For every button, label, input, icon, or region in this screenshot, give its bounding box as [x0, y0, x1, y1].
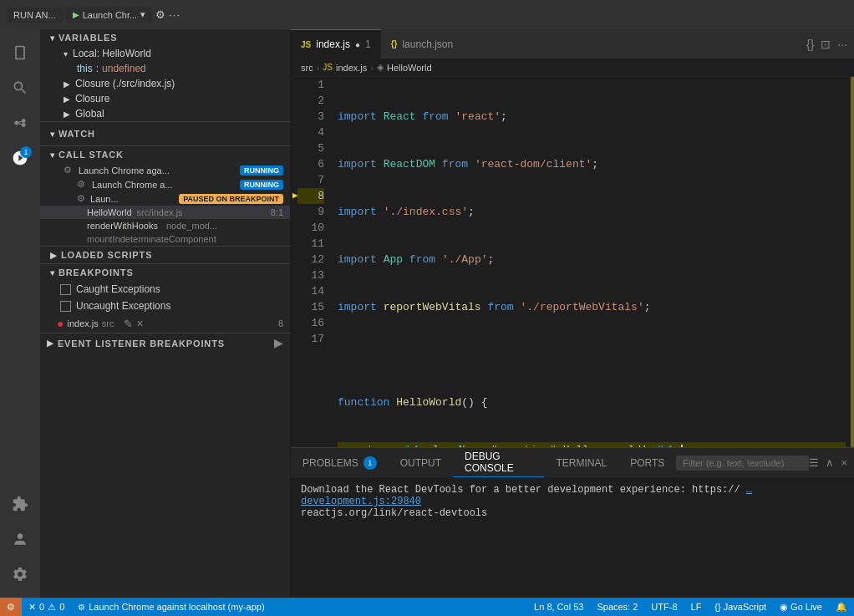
breadcrumb-file[interactable]: index.js	[336, 63, 367, 73]
status-language[interactable]: {} JavaScript	[708, 598, 773, 616]
settings-icon[interactable]: ⚙	[155, 8, 165, 21]
global-item[interactable]: ▶ Global	[40, 106, 290, 121]
editor-scrollbar[interactable]	[846, 77, 854, 447]
panel-tab-debug-console[interactable]: DEBUG CONSOLE	[453, 448, 544, 477]
panel-tab-output[interactable]: OUTPUT	[389, 448, 453, 477]
uncaught-checkbox[interactable]	[60, 301, 71, 312]
breadcrumb-src[interactable]: src	[301, 63, 313, 73]
watch-section: ▾ WATCH	[40, 122, 290, 145]
launch-dropdown[interactable]: ▶ Launch Chr... ▾	[66, 7, 152, 23]
status-encoding[interactable]: UTF-8	[644, 598, 684, 616]
bp-filepath: src	[102, 318, 114, 328]
activity-debug[interactable]: 1	[3, 141, 37, 175]
bottom-panel: PROBLEMS 1 OUTPUT DEBUG CONSOLE TERMINAL…	[291, 447, 854, 598]
code-content[interactable]: import React from 'react'; import ReactD…	[331, 77, 846, 447]
this-variable[interactable]: this : undefined	[40, 61, 290, 76]
debug-run-icon: ⚙	[7, 602, 15, 613]
breakpoint-caught[interactable]: Caught Exceptions	[40, 281, 290, 298]
panel-text-2: reactjs.org/link/react-devtools	[301, 507, 487, 519]
more-actions-icon[interactable]: ···	[169, 8, 180, 21]
loaded-scripts-label: LOADED SCRIPTS	[61, 250, 153, 260]
breadcrumb-func-icon: ◈	[377, 62, 384, 73]
panel-filter-input[interactable]	[676, 456, 809, 471]
local-scope[interactable]: ▾ Local: HelloWorld	[40, 46, 290, 61]
breakpoint-uncaught[interactable]: Uncaught Exceptions	[40, 298, 290, 314]
global-arrow: ▶	[64, 109, 70, 119]
panel-collapse-icon[interactable]: ∧	[826, 456, 834, 469]
stack-item-0[interactable]: ⚙ Launch Chrome aga... RUNNING	[40, 163, 290, 177]
this-colon: :	[96, 63, 99, 74]
variables-header[interactable]: ▾ VARIABLES	[40, 29, 290, 46]
activity-search[interactable]	[3, 71, 37, 104]
split-editor-icon[interactable]: {}	[806, 38, 814, 51]
sidebar-scroll[interactable]: ▾ VARIABLES ▾ Local: HelloWorld this : u…	[40, 29, 290, 598]
ports-label: PORTS	[630, 457, 664, 469]
status-spaces[interactable]: Spaces: 2	[590, 598, 644, 616]
status-launch[interactable]: ⚙ Launch Chrome against localhost (my-ap…	[71, 598, 271, 616]
closure-item[interactable]: ▶ Closure	[40, 91, 290, 106]
run-button[interactable]: RUN AN...	[7, 8, 63, 23]
status-notifications[interactable]: 🔔	[829, 598, 854, 616]
breakpoints-header[interactable]: ▾ BREAKPOINTS	[40, 264, 290, 281]
debug-badge: 1	[20, 146, 32, 158]
panel-tab-terminal[interactable]: TERMINAL	[544, 448, 618, 477]
panel-filter-icon[interactable]: ☰	[809, 456, 819, 469]
stack-item-2[interactable]: ⚙ Laun... PAUSED ON BREAKPOINT	[40, 191, 290, 206]
activity-explorer[interactable]	[3, 36, 37, 69]
more-tab-actions-icon[interactable]: ···	[837, 38, 847, 51]
activity-extensions[interactable]	[3, 487, 37, 521]
frame-name-2: mountIndeterminateComponent	[87, 234, 216, 244]
status-go-live[interactable]: ◉ Go Live	[773, 598, 829, 616]
stack-frame-helloworld[interactable]: HelloWorld src/index.js 8:1	[40, 206, 290, 219]
panel-tab-ports[interactable]: PORTS	[618, 448, 676, 477]
local-expand-arrow: ▾	[64, 49, 68, 59]
panel-tabs: PROBLEMS 1 OUTPUT DEBUG CONSOLE TERMINAL…	[291, 448, 854, 477]
status-cursor[interactable]: Ln 8, Col 53	[527, 598, 590, 616]
language-name: JavaScript	[724, 602, 766, 612]
stack-item-1[interactable]: ⚙ Launch Chrome a... RUNNING	[40, 177, 290, 191]
tab-modified-dot: ●	[355, 40, 360, 49]
status-line-ending[interactable]: LF	[684, 598, 709, 616]
variables-section: ▾ VARIABLES ▾ Local: HelloWorld this : u…	[40, 29, 290, 121]
panel-actions: ☰ ∧ ×	[809, 456, 854, 469]
panel-tab-problems[interactable]: PROBLEMS 1	[291, 448, 389, 477]
status-errors[interactable]: ✕ 0 ⚠ 0	[22, 598, 71, 616]
frame-name-1: renderWithHooks	[87, 221, 158, 231]
breakpoints-label: BREAKPOINTS	[58, 267, 134, 277]
call-stack-header[interactable]: ▾ CALL STACK	[40, 146, 290, 163]
stack-frame-mount[interactable]: mountIndeterminateComponent	[40, 232, 290, 246]
minimap-highlight	[851, 77, 854, 447]
closure-src-label: Closure (./src/index.js)	[75, 78, 175, 89]
stack-badge-0: RUNNING	[240, 165, 283, 176]
breakpoints-arrow: ▾	[50, 268, 55, 277]
breakpoints-section: ▾ BREAKPOINTS Caught Exceptions Uncaught…	[40, 264, 290, 333]
stack-frame-renderwith[interactable]: renderWithHooks node_mod...	[40, 219, 290, 232]
activity-account[interactable]	[3, 522, 37, 556]
activity-source-control[interactable]	[3, 106, 37, 140]
warning-count: 0	[59, 602, 64, 612]
cursor-pos: Ln 8, Col 53	[534, 602, 583, 612]
breadcrumb-symbol[interactable]: HelloWorld	[387, 63, 432, 73]
watch-header[interactable]: ▾ WATCH	[40, 125, 290, 142]
tab-index-js[interactable]: JS index.js ● 1	[291, 29, 381, 59]
frame-line-0: 8:1	[271, 207, 283, 217]
tab-launch-json[interactable]: {} launch.json	[381, 29, 464, 59]
code-editor[interactable]: 1 2 3 4 5 6 7 ▶ 8 9 10 11 12 13 14 15 16…	[291, 77, 854, 447]
event-listeners-section: ▶ EVENT LISTENER BREAKPOINTS ▶	[40, 333, 290, 353]
tab-filename-indexjs: index.js	[316, 38, 350, 50]
code-line-4: import App from './App';	[338, 252, 846, 267]
bp-close-icon[interactable]: ×	[136, 317, 143, 330]
caught-label: Caught Exceptions	[76, 283, 160, 295]
status-debug-item[interactable]: ⚙	[0, 598, 22, 616]
warning-icon: ⚠	[48, 602, 56, 613]
bp-edit-icon[interactable]: ✎	[124, 318, 133, 330]
activity-settings[interactable]	[3, 557, 37, 591]
title-bar-left: RUN AN... ▶ Launch Chr... ▾ ⚙ ···	[7, 7, 180, 23]
closure-src[interactable]: ▶ Closure (./src/index.js)	[40, 76, 290, 91]
loaded-scripts-header[interactable]: ▶ LOADED SCRIPTS	[40, 247, 290, 263]
panel-close-icon[interactable]: ×	[841, 456, 847, 469]
caught-checkbox[interactable]	[60, 284, 71, 295]
closure-label: Closure	[75, 93, 109, 104]
event-listeners-header[interactable]: ▶ EVENT LISTENER BREAKPOINTS ▶	[40, 333, 290, 353]
layout-icon[interactable]: ⊡	[821, 38, 831, 51]
